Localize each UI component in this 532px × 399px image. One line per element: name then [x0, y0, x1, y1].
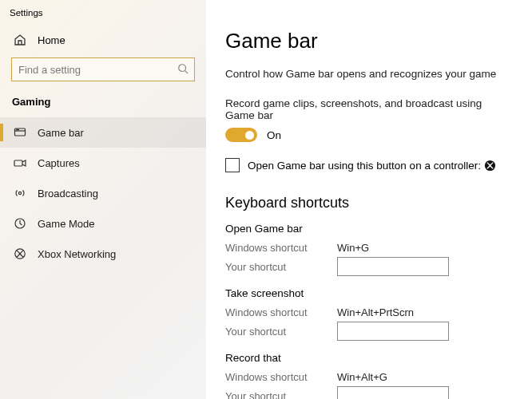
your-shortcut-input[interactable]: [337, 322, 449, 341]
controller-checkbox-label: Open Game bar using this button on a con…: [248, 160, 496, 172]
sidebar-item-game-mode[interactable]: Game Mode: [0, 208, 206, 239]
sidebar-item-label: Xbox Networking: [38, 248, 116, 260]
svg-point-3: [18, 129, 19, 130]
captures-icon: [14, 156, 26, 169]
sidebar-item-label: Game Mode: [38, 218, 95, 230]
windows-shortcut-label: Windows shortcut: [225, 306, 337, 318]
search-container: [11, 57, 195, 81]
game-mode-icon: [14, 217, 26, 230]
your-shortcut-label: Your shortcut: [225, 261, 337, 273]
your-shortcut-input[interactable]: [337, 257, 449, 276]
windows-shortcut-label: Windows shortcut: [225, 242, 337, 254]
home-icon: [14, 34, 26, 46]
shortcut-open-game-bar: Open Game bar Windows shortcut Win+G You…: [225, 223, 508, 276]
sidebar-item-game-bar[interactable]: Game bar: [0, 117, 206, 148]
controller-check-row: Open Game bar using this button on a con…: [225, 158, 508, 172]
shortcut-name: Record that: [225, 352, 508, 364]
page-description: Control how Game bar opens and recognize…: [225, 68, 508, 80]
your-shortcut-label: Your shortcut: [225, 326, 337, 338]
sidebar-item-xbox-networking[interactable]: Xbox Networking: [0, 239, 206, 269]
window-title: Settings: [0, 6, 206, 26]
xbox-networking-icon: [14, 247, 26, 260]
svg-point-2: [17, 129, 18, 130]
shortcuts-heading: Keyboard shortcuts: [225, 195, 508, 211]
page-title: Game bar: [225, 29, 508, 53]
game-bar-icon: [14, 126, 26, 139]
svg-point-5: [18, 192, 21, 194]
shortcut-take-screenshot: Take screenshot Windows shortcut Win+Alt…: [225, 287, 508, 341]
shortcut-name: Open Game bar: [225, 223, 508, 235]
windows-shortcut-value: Win+G: [337, 242, 369, 254]
controller-checkbox[interactable]: [225, 158, 240, 172]
record-toggle-row: On: [225, 128, 508, 142]
record-setting-label: Record game clips, screenshots, and broa…: [225, 97, 508, 121]
sidebar-item-broadcasting[interactable]: Broadcasting: [0, 178, 206, 208]
sidebar-item-label: Game bar: [38, 127, 84, 139]
nav: Game bar Captures Broadcasting: [0, 117, 206, 269]
broadcasting-icon: [14, 187, 26, 200]
sidebar-home[interactable]: Home: [0, 26, 206, 54]
your-shortcut-label: Your shortcut: [225, 390, 337, 400]
windows-shortcut-value: Win+Alt+G: [337, 371, 387, 383]
sidebar-home-label: Home: [38, 34, 66, 46]
svg-rect-4: [14, 160, 22, 166]
sidebar-item-label: Broadcasting: [38, 188, 98, 200]
sidebar-item-label: Captures: [38, 157, 80, 169]
record-toggle-state: On: [267, 129, 281, 141]
windows-shortcut-value: Win+Alt+PrtScrn: [337, 306, 414, 318]
shortcut-name: Take screenshot: [225, 287, 508, 299]
your-shortcut-input[interactable]: [337, 386, 449, 399]
xbox-icon: [484, 160, 496, 172]
search-input[interactable]: [11, 57, 195, 81]
sidebar-item-captures[interactable]: Captures: [0, 148, 206, 178]
main-panel: Game bar Control how Game bar opens and …: [206, 0, 532, 399]
windows-shortcut-label: Windows shortcut: [225, 371, 337, 383]
category-heading: Gaming: [0, 89, 206, 114]
record-toggle[interactable]: [225, 128, 257, 142]
settings-app: Settings Home Gaming: [0, 0, 532, 399]
sidebar: Settings Home Gaming: [0, 0, 206, 399]
shortcut-record-that: Record that Windows shortcut Win+Alt+G Y…: [225, 352, 508, 399]
